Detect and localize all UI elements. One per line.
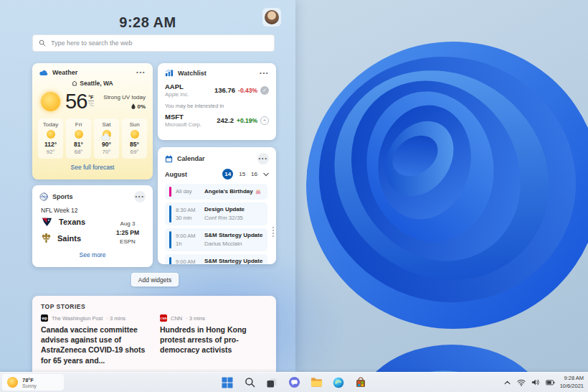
current-temp: 56: [65, 90, 87, 113]
sports-widget[interactable]: Sports ••• NFL Week 12 Texans: [32, 185, 153, 267]
calendar-icon: [165, 155, 173, 163]
event-time: All day: [176, 187, 200, 195]
weather-widget[interactable]: Weather ••• Seattle, WA 56 °F °C Strong …: [32, 63, 153, 179]
stock-change: -0.43%: [238, 87, 257, 94]
watchlist-widget[interactable]: Watchlist ••• AAPL Apple Inc. 136.76 -0.…: [158, 63, 276, 140]
avatar: [265, 10, 279, 24]
widgets-panel: 9:28 AM Weather ••• Seattle, WA 56: [0, 0, 295, 372]
web-search-bar[interactable]: [32, 34, 275, 52]
forecast-day[interactable]: Sun 85° 69°: [122, 118, 147, 159]
microsoft-store-button[interactable]: [354, 376, 367, 389]
game-date: Aug 3: [111, 220, 144, 228]
calendar-date-16[interactable]: 16: [251, 171, 257, 177]
game-time: 1:25 PM: [111, 228, 144, 238]
precip-chance: 0%: [137, 103, 146, 110]
story-washington-post[interactable]: wp The Washington Post · 3 mins Canada v…: [41, 314, 148, 365]
sports-title: Sports: [52, 193, 130, 200]
event-color-bar: [169, 231, 171, 248]
tray-date: 10/6/2021: [560, 383, 584, 391]
add-widgets-button[interactable]: Add widgets: [131, 273, 179, 286]
forecast-day[interactable]: Today 112° 92°: [38, 118, 63, 159]
search-icon: [245, 377, 255, 388]
weather-location-row[interactable]: Seattle, WA: [32, 80, 153, 87]
event-color-bar: [169, 187, 171, 197]
chat-button[interactable]: [288, 376, 300, 389]
sunny-icon: [7, 377, 18, 388]
forecast-high: 90°: [94, 141, 119, 148]
task-view-button[interactable]: [265, 376, 278, 389]
forecast-low: 70°: [94, 149, 119, 155]
calendar-event[interactable]: 9:00 AM 1h S&M Startegy Update Darius Mc…: [165, 228, 267, 251]
event-subtitle: Darius Mcclain: [204, 240, 262, 248]
calendar-date-15[interactable]: 15: [239, 171, 245, 177]
calendar-date-14[interactable]: 14: [222, 169, 233, 179]
tray-clock[interactable]: 9:28 AM 10/6/2021: [560, 375, 584, 391]
stock-symbol: AAPL: [165, 83, 189, 90]
stock-symbol: MSFT: [165, 113, 201, 121]
stock-change: +0.19%: [237, 117, 257, 124]
calendar-menu-button[interactable]: •••: [257, 153, 269, 164]
tray-time: 9:28 AM: [560, 375, 584, 383]
calendar-event[interactable]: All day Angela's Birthday: [165, 184, 267, 200]
weather-cloud-icon: [39, 70, 48, 76]
calendar-event[interactable]: 8:30 AM 30 min Design Update Conf Rm 32/…: [165, 202, 267, 225]
team-row-texans[interactable]: Texans: [41, 217, 111, 227]
event-time: 9:00 AM: [176, 232, 200, 240]
event-title: S&M Startegy Update: [204, 257, 262, 264]
forecast-day[interactable]: Sat 90° 70°: [94, 118, 119, 159]
chat-icon: [288, 376, 300, 388]
forecast-low: 69°: [122, 149, 147, 155]
taskbar-weather-widget-button[interactable]: 78°F Sunny: [2, 374, 64, 391]
unit-fahrenheit-toggle[interactable]: °F: [88, 95, 94, 101]
wifi-icon[interactable]: [517, 378, 526, 387]
weather-condition: Strong UV today: [103, 94, 146, 101]
sunny-icon: [41, 92, 60, 111]
forecast-day[interactable]: Fri 81° 68°: [66, 118, 91, 159]
event-color-bar: [169, 257, 171, 264]
chevron-down-icon[interactable]: [263, 172, 269, 177]
stock-price: 136.76: [214, 86, 235, 94]
event-duration: 30 min: [176, 214, 200, 222]
story-cnn[interactable]: CNN CNN · 3 mins Hundreds in Hong Kong p…: [160, 314, 267, 365]
weather-menu-button[interactable]: •••: [136, 70, 146, 75]
windows-logo-icon: [222, 377, 233, 388]
file-explorer-button[interactable]: [310, 376, 323, 389]
volume-icon[interactable]: [531, 378, 541, 387]
stock-row-msft[interactable]: MSFT Microsoft Corp. 242.2 +0.19% +: [158, 110, 276, 129]
search-input[interactable]: [51, 39, 268, 47]
cnn-icon: CNN: [160, 314, 167, 322]
forecast-day-label: Today: [38, 121, 63, 128]
calendar-month-label: August: [165, 171, 222, 178]
sports-menu-button[interactable]: •••: [134, 191, 146, 202]
forecast-day-label: Sun: [122, 121, 147, 128]
unit-celsius-toggle[interactable]: °C: [88, 101, 94, 107]
watchlist-menu-button[interactable]: •••: [260, 70, 269, 76]
edge-icon: [333, 377, 344, 388]
sunny-icon: [46, 130, 55, 139]
forecast-low: 68°: [66, 149, 91, 155]
forecast-high: 81°: [66, 141, 91, 148]
event-time: 9:00 AM: [176, 258, 200, 264]
weather-location: Seattle, WA: [80, 80, 113, 87]
tray-chevron-up-icon[interactable]: [503, 378, 512, 387]
add-to-watchlist-button[interactable]: +: [260, 116, 269, 125]
taskbar-condition: Sunny: [22, 383, 37, 388]
team-name: Saints: [57, 234, 81, 243]
watchlist-added-check-icon[interactable]: ✓: [260, 86, 269, 95]
taskbar: 78°F Sunny: [0, 372, 588, 392]
calendar-event[interactable]: 9:00 AM 1h S&M Startegy Update Darius Mc…: [165, 254, 267, 264]
see-full-forecast-link[interactable]: See full forecast: [32, 164, 153, 171]
stock-chart-icon: [165, 69, 174, 77]
profile-button[interactable]: [262, 8, 281, 27]
edge-button[interactable]: [332, 376, 345, 389]
calendar-widget[interactable]: Calendar ••• August 14 15 16 All day Ang…: [158, 147, 276, 264]
taskbar-search-button[interactable]: [243, 376, 256, 389]
stock-row-aapl[interactable]: AAPL Apple Inc. 136.76 -0.43% ✓: [158, 80, 276, 99]
forecast-low: 92°: [38, 149, 63, 155]
team-row-saints[interactable]: Saints: [41, 233, 111, 243]
battery-icon[interactable]: [546, 378, 555, 387]
event-list-scrollbar[interactable]: [272, 227, 274, 237]
see-more-link[interactable]: See more: [32, 251, 153, 258]
search-icon: [39, 39, 46, 47]
start-button[interactable]: [221, 376, 234, 389]
